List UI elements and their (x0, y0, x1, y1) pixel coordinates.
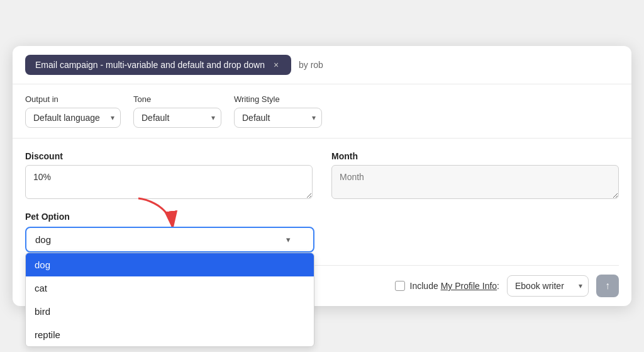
writer-select[interactable]: Ebook writer Blog writer Social media (507, 275, 589, 297)
main-window: Email campaign - multi-variable and defa… (13, 46, 631, 306)
dropdown-item-dog[interactable]: dog (26, 253, 314, 276)
title-bar: Email campaign - multi-variable and defa… (13, 46, 631, 84)
pet-option-section: Pet Option dog ▾ (25, 212, 619, 266)
dropdown-item-reptile[interactable]: reptile (26, 323, 314, 346)
discount-field-group: Discount 10% (25, 151, 313, 199)
month-field-group: Month (331, 151, 619, 199)
discount-label: Discount (25, 151, 313, 161)
close-tab-button[interactable]: × (271, 60, 281, 70)
pet-option-menu: dog cat bird reptile (25, 253, 314, 347)
tone-select[interactable]: Default (133, 108, 221, 128)
pet-option-label: Pet Option (25, 212, 619, 222)
author-label: by rob (299, 60, 323, 70)
writer-select-wrapper: Ebook writer Blog writer Social media (507, 275, 589, 297)
dropdown-item-cat[interactable]: cat (26, 276, 314, 300)
pet-option-selected[interactable]: dog ▾ (25, 227, 314, 253)
dropdown-chevron-icon: ▾ (286, 235, 291, 244)
output-group: Output in Default language (25, 94, 121, 128)
month-label: Month (331, 151, 619, 161)
include-label: Include My Profile Info: (410, 281, 499, 291)
submit-icon: ↑ (605, 280, 610, 292)
pet-option-dropdown-container: dog ▾ dog cat bird reptile (25, 227, 314, 253)
submit-button[interactable]: ↑ (596, 275, 619, 297)
writing-style-select-wrapper: Default (234, 108, 322, 128)
dropdown-item-bird[interactable]: bird (26, 300, 314, 323)
writing-style-group: Writing Style Default (234, 94, 322, 128)
include-checkbox[interactable] (395, 281, 405, 291)
tab-title: Email campaign - multi-variable and defa… (35, 60, 265, 70)
title-tab: Email campaign - multi-variable and defa… (25, 55, 291, 75)
pet-option-value: dog (35, 234, 51, 245)
main-content: Discount 10% Month Pet Option (13, 139, 631, 266)
writing-style-select[interactable]: Default (234, 108, 322, 128)
output-select[interactable]: Default language (25, 108, 121, 128)
discount-textarea[interactable]: 10% (25, 165, 313, 199)
output-select-wrapper: Default language (25, 108, 121, 128)
month-textarea[interactable] (331, 165, 619, 199)
fields-row: Discount 10% Month (25, 151, 619, 199)
writing-style-label: Writing Style (234, 94, 322, 104)
include-row: Include My Profile Info: (395, 281, 499, 291)
tone-group: Tone Default (133, 94, 221, 128)
profile-info-link[interactable]: My Profile Info (441, 281, 497, 291)
output-label: Output in (25, 94, 121, 104)
tone-select-wrapper: Default (133, 108, 221, 128)
toolbar: Output in Default language Tone Default … (13, 84, 631, 139)
tone-label: Tone (133, 94, 221, 104)
